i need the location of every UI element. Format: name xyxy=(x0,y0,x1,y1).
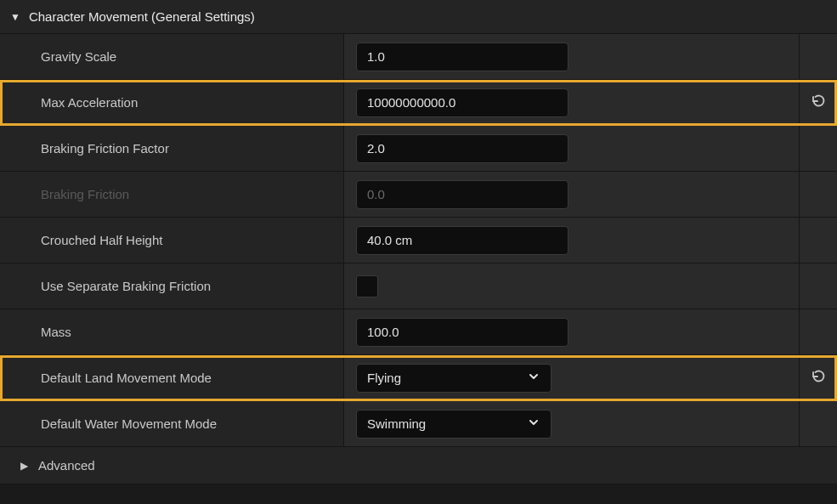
property-row-max-acceleration: Max Acceleration 10000000000.0 xyxy=(0,80,837,126)
reset-cell xyxy=(800,309,837,354)
property-label: Default Land Movement Mode xyxy=(0,355,344,400)
mass-input[interactable]: 100.0 xyxy=(356,318,568,347)
max-acceleration-input[interactable]: 10000000000.0 xyxy=(356,88,568,117)
reset-cell xyxy=(800,263,837,309)
dropdown-value: Flying xyxy=(367,371,401,385)
property-row-gravity-scale: Gravity Scale 1.0 xyxy=(0,34,837,80)
property-row-crouched-half-height: Crouched Half Height 40.0 cm xyxy=(0,218,837,263)
property-label: Braking Friction Factor xyxy=(0,126,344,171)
property-row-default-water-movement-mode: Default Water Movement Mode Swimming xyxy=(0,401,837,447)
reset-cell xyxy=(800,80,837,125)
property-row-braking-friction: Braking Friction 0.0 xyxy=(0,172,837,218)
expand-triangle-icon: ▶ xyxy=(20,460,28,472)
chevron-down-icon xyxy=(527,416,540,432)
property-label: Max Acceleration xyxy=(0,80,344,125)
property-value-cell: Flying xyxy=(344,355,800,400)
collapse-triangle-icon: ▼ xyxy=(10,11,20,23)
character-movement-panel: ▼ Character Movement (General Settings) … xyxy=(0,0,837,484)
use-separate-braking-friction-checkbox[interactable] xyxy=(356,275,378,297)
reset-cell xyxy=(800,126,837,171)
reset-cell xyxy=(800,218,837,263)
crouched-half-height-input[interactable]: 40.0 cm xyxy=(356,226,568,255)
property-row-use-separate-braking-friction: Use Separate Braking Friction xyxy=(0,263,837,309)
property-value-cell: 40.0 cm xyxy=(344,218,800,263)
chevron-down-icon xyxy=(527,370,540,386)
property-value-cell xyxy=(344,263,800,309)
section-header[interactable]: ▼ Character Movement (General Settings) xyxy=(0,0,837,34)
reset-cell xyxy=(800,355,837,400)
property-label: Crouched Half Height xyxy=(0,218,344,263)
braking-friction-factor-input[interactable]: 2.0 xyxy=(356,134,568,163)
section-title: Character Movement (General Settings) xyxy=(29,9,255,24)
gravity-scale-input[interactable]: 1.0 xyxy=(356,42,568,71)
property-label: Use Separate Braking Friction xyxy=(0,263,344,309)
property-value-cell: 1.0 xyxy=(344,34,800,79)
reset-cell xyxy=(800,34,837,79)
reset-cell xyxy=(800,401,837,446)
default-land-movement-mode-dropdown[interactable]: Flying xyxy=(356,364,551,393)
property-label: Braking Friction xyxy=(0,172,344,217)
advanced-label: Advanced xyxy=(38,458,95,473)
reset-to-default-icon[interactable] xyxy=(810,93,827,112)
default-water-movement-mode-dropdown[interactable]: Swimming xyxy=(356,410,551,439)
property-label: Default Water Movement Mode xyxy=(0,401,344,446)
braking-friction-input: 0.0 xyxy=(356,180,568,209)
property-row-mass: Mass 100.0 xyxy=(0,309,837,355)
property-value-cell: Swimming xyxy=(344,401,800,446)
property-value-cell: 100.0 xyxy=(344,309,800,354)
property-label: Gravity Scale xyxy=(0,34,344,79)
reset-cell xyxy=(800,172,837,217)
reset-to-default-icon[interactable] xyxy=(810,368,827,388)
dropdown-value: Swimming xyxy=(367,416,426,431)
advanced-section-header[interactable]: ▶ Advanced xyxy=(0,447,837,484)
property-value-cell: 0.0 xyxy=(344,172,800,217)
property-row-braking-friction-factor: Braking Friction Factor 2.0 xyxy=(0,126,837,172)
property-value-cell: 2.0 xyxy=(344,126,800,171)
property-row-default-land-movement-mode: Default Land Movement Mode Flying xyxy=(0,355,837,401)
property-label: Mass xyxy=(0,309,344,354)
property-value-cell: 10000000000.0 xyxy=(344,80,800,125)
